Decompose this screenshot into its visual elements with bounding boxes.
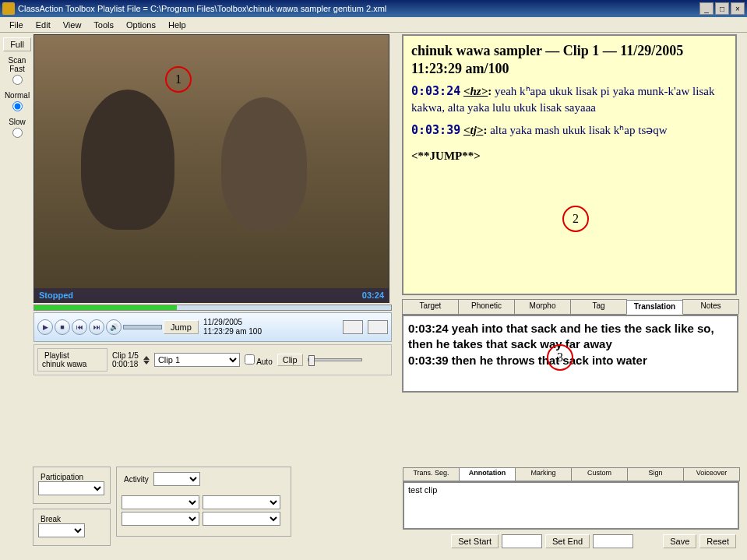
menu-tools[interactable]: Tools: [87, 19, 120, 31]
marker-out-button[interactable]: [368, 320, 388, 334]
mute-button[interactable]: 🔊: [106, 319, 122, 335]
activity-select-1[interactable]: [153, 472, 200, 486]
transcript-text-2: alta yaka mash ukuk lisak kʰap tsəqw: [490, 124, 667, 136]
atab-voiceover[interactable]: Voiceover: [683, 467, 740, 481]
video-frame: [34, 35, 389, 302]
activity-select-2[interactable]: [122, 495, 199, 509]
window-titlebar: ClassAction Toolbox Playlist File = C:\P…: [0, 0, 747, 17]
clip-down-button[interactable]: [143, 361, 150, 365]
playlist-legend: Playlist: [42, 351, 72, 360]
menubar: File Edit View Tools Options Help: [0, 17, 747, 33]
menu-options[interactable]: Options: [120, 19, 162, 31]
close-button[interactable]: ×: [731, 2, 745, 15]
detail-tabs: Target Phonetic Morpho Tag Translation N…: [402, 299, 738, 315]
minimize-button[interactable]: _: [699, 2, 714, 15]
reset-button[interactable]: Reset: [699, 534, 736, 548]
slow-radio[interactable]: [12, 128, 23, 138]
menu-view[interactable]: View: [57, 19, 88, 31]
window-title: ClassAction Toolbox Playlist File = C:\P…: [18, 4, 699, 13]
break-select[interactable]: [38, 523, 85, 537]
auto-checkbox[interactable]: [245, 354, 255, 365]
auto-label: Auto: [256, 357, 273, 366]
activity-select-5[interactable]: [203, 512, 280, 526]
transcript-speaker-2: <tj>: [463, 124, 483, 136]
clip-up-button[interactable]: [143, 356, 150, 360]
tab-tag[interactable]: Tag: [570, 299, 627, 314]
annotation-tabs: Trans. Seg. Annotation Marking Custom Si…: [403, 467, 739, 481]
scanfast-label: Scan Fast: [3, 56, 31, 73]
menu-edit[interactable]: Edit: [30, 19, 57, 31]
tab-translation[interactable]: Translation: [626, 300, 683, 315]
slow-label: Slow: [3, 118, 31, 126]
setend-button[interactable]: Set End: [545, 534, 590, 548]
atab-transseg[interactable]: Trans. Seg.: [403, 467, 460, 481]
transcript-time-1: 0:03:24: [411, 84, 460, 98]
app-icon: [2, 2, 15, 15]
translation-line-2: 0:03:39 then he throws that sack into wa…: [408, 353, 732, 368]
atab-sign[interactable]: Sign: [627, 467, 684, 481]
translation-panel[interactable]: 0:03:24 yeah into that sack and he ties …: [402, 315, 738, 393]
atab-custom[interactable]: Custom: [571, 467, 628, 481]
break-legend: Break: [38, 515, 63, 523]
tab-morpho[interactable]: Morpho: [514, 299, 571, 314]
activity-select-4[interactable]: [122, 512, 199, 526]
menu-file[interactable]: File: [3, 19, 30, 31]
playlist-name: chinuk wawa: [42, 360, 103, 368]
translation-line-1: 0:03:24 yeah into that sack and he ties …: [408, 321, 732, 351]
clip-slider[interactable]: [308, 358, 362, 361]
player-date: 11/29/2005: [203, 318, 262, 327]
annotation-text: test clip: [408, 485, 437, 495]
menu-help[interactable]: Help: [162, 19, 192, 31]
transcript-panel: chinuk wawa sampler — Clip 1 — 11/29/200…: [402, 34, 737, 295]
atab-marking[interactable]: Marking: [515, 467, 572, 481]
transcript-time-2: 0:03:39: [411, 123, 460, 137]
save-button[interactable]: Save: [663, 534, 696, 548]
volume-slider[interactable]: [123, 325, 162, 329]
prev-button[interactable]: ⏮: [72, 319, 87, 335]
start-time-input[interactable]: [502, 534, 542, 548]
atab-annotation[interactable]: Annotation: [459, 467, 516, 481]
play-button[interactable]: ▶: [37, 319, 53, 335]
participation-legend: Participation: [38, 473, 86, 481]
maximize-button[interactable]: □: [715, 2, 729, 15]
normal-radio[interactable]: [12, 101, 23, 111]
annotation-textarea[interactable]: test clip: [403, 481, 739, 530]
setstart-button[interactable]: Set Start: [451, 534, 499, 548]
activity-legend: Activity: [122, 475, 151, 484]
clip-button[interactable]: Clip: [277, 354, 303, 366]
marker-in-button[interactable]: [343, 320, 363, 334]
tab-phonetic[interactable]: Phonetic: [458, 299, 515, 314]
player-datetime: 11:23:29 am 100: [203, 327, 262, 336]
tab-notes[interactable]: Notes: [682, 299, 739, 314]
scanfast-radio[interactable]: [12, 75, 23, 85]
seek-track[interactable]: [33, 305, 392, 311]
normal-label: Normal: [3, 91, 31, 100]
stop-button[interactable]: ■: [55, 319, 70, 335]
transcript-jump: <**JUMP**>: [411, 150, 728, 163]
activity-select-3[interactable]: [203, 495, 280, 509]
video-time: 03:24: [362, 291, 384, 300]
jump-button[interactable]: Jump: [164, 320, 199, 334]
playlist-duration: 0:00:18: [112, 360, 139, 368]
clip-select[interactable]: Clip 1: [154, 353, 240, 367]
playlist-clipcount: Clip 1/5: [112, 351, 139, 360]
full-button[interactable]: Full: [3, 37, 31, 51]
transcript-speaker-1: <hz>: [463, 85, 488, 97]
transcript-header: chinuk wawa sampler — Clip 1 — 11/29/200…: [411, 42, 728, 79]
tab-target[interactable]: Target: [402, 299, 459, 314]
end-time-input[interactable]: [593, 534, 633, 548]
participation-select[interactable]: [38, 481, 104, 495]
video-status: Stopped: [39, 291, 73, 300]
video-player[interactable]: Stopped 03:24 1: [33, 34, 389, 303]
next-button[interactable]: ⏭: [89, 319, 104, 335]
